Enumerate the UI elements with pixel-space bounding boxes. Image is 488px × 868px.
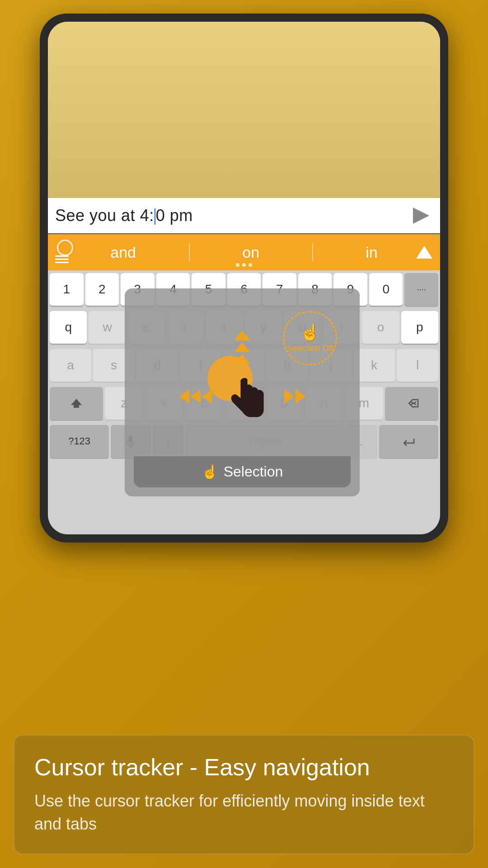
input-text: See you at 4:0 pm bbox=[55, 206, 193, 225]
key-enter[interactable] bbox=[379, 425, 438, 458]
dots-indicator bbox=[236, 263, 252, 267]
screen-background bbox=[48, 22, 440, 198]
key-2[interactable]: 2 bbox=[85, 273, 119, 306]
key-1[interactable]: 1 bbox=[50, 273, 84, 306]
send-icon bbox=[413, 208, 429, 224]
selection-label-text: Selection bbox=[224, 463, 283, 480]
autocomplete-bar: and on in bbox=[48, 234, 440, 270]
key-0[interactable]: 0 bbox=[369, 273, 403, 306]
arrow-up-2 bbox=[234, 342, 250, 352]
divider-2 bbox=[312, 243, 313, 261]
selection-off-label: Selection Off bbox=[287, 344, 333, 354]
key-p[interactable]: p bbox=[401, 311, 438, 344]
autocomplete-word-2[interactable]: on bbox=[233, 244, 268, 261]
selection-off-hand-icon: ☝ bbox=[300, 323, 320, 342]
phone-screen: See you at 4:0 pm and on in bbox=[48, 22, 440, 534]
arrow-left-3 bbox=[202, 389, 212, 404]
key-delete[interactable] bbox=[385, 387, 438, 420]
nav-arrows-area: ☝ Selection Off bbox=[134, 297, 351, 456]
svg-marker-0 bbox=[71, 399, 82, 408]
key-l[interactable]: l bbox=[397, 349, 438, 382]
autocomplete-up-button[interactable] bbox=[408, 234, 440, 270]
selection-label-bar: ☝ Selection bbox=[134, 456, 351, 487]
key-sym[interactable]: ?123 bbox=[50, 425, 109, 458]
arrow-left-1 bbox=[179, 389, 189, 404]
arrow-left-2 bbox=[191, 389, 201, 404]
hamburger-icon bbox=[55, 254, 69, 265]
key-shift[interactable] bbox=[50, 387, 103, 420]
text-input-content: See you at 4:0 pm bbox=[55, 206, 406, 225]
autocomplete-word-1[interactable]: and bbox=[101, 244, 145, 261]
selection-off-badge[interactable]: ☝ Selection Off bbox=[283, 311, 337, 365]
divider-1 bbox=[189, 243, 190, 261]
right-arrows bbox=[284, 389, 305, 404]
key-w[interactable]: w bbox=[89, 311, 126, 344]
text-input-area[interactable]: See you at 4:0 pm bbox=[48, 198, 440, 234]
up-arrow-icon bbox=[416, 246, 432, 259]
bottom-title: Cursor tracker - Easy navigation bbox=[34, 754, 454, 781]
hand-pointer-icon bbox=[225, 374, 266, 424]
arrow-right-1 bbox=[284, 389, 294, 404]
phone-frame: See you at 4:0 pm and on in bbox=[40, 14, 448, 542]
arrow-right-2 bbox=[296, 389, 305, 404]
autocomplete-words: and on in bbox=[80, 243, 408, 261]
key-a[interactable]: a bbox=[50, 349, 91, 382]
cursor-tracker-overlay[interactable]: ☝ Selection Off ☝ Selection bbox=[125, 288, 360, 496]
key-o[interactable]: o bbox=[362, 311, 399, 344]
key-dotdot[interactable]: ···· bbox=[404, 273, 438, 306]
send-button[interactable] bbox=[406, 202, 433, 229]
left-arrows bbox=[179, 389, 212, 404]
menu-globe-button[interactable] bbox=[48, 234, 80, 270]
key-q[interactable]: q bbox=[50, 311, 87, 344]
hand-pointer-area bbox=[221, 369, 275, 424]
autocomplete-word-3[interactable]: in bbox=[357, 244, 386, 261]
horiz-arrows bbox=[179, 369, 305, 424]
bottom-subtitle: Use the cursor tracker for efficiently m… bbox=[34, 790, 454, 835]
bottom-description: Cursor tracker - Easy navigation Use the… bbox=[14, 735, 474, 854]
selection-hand-icon: ☝ bbox=[202, 464, 218, 480]
arrow-up-1 bbox=[234, 330, 250, 340]
